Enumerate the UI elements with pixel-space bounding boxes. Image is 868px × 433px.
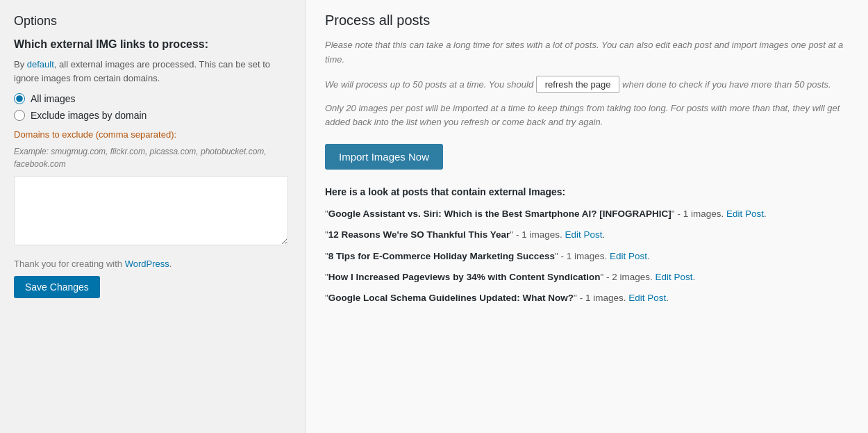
footer-text: Thank you for creating with WordPress. [14,259,288,269]
radio-group: All images Exclude images by domain [14,93,288,121]
left-panel: Options Which external IMG links to proc… [0,0,306,433]
radio-exclude-item: Exclude images by domain [14,110,288,121]
post-item: "12 Reasons We're SO Thankful This Year"… [325,228,849,242]
note2-before: We will process up to 50 posts at a time… [325,79,536,90]
radio-exclude-domain[interactable] [14,110,25,121]
radio-all-images-label[interactable]: All images [31,93,76,104]
edit-post-link[interactable]: Edit Post [655,272,692,282]
radio-exclude-label[interactable]: Exclude images by domain [31,110,147,121]
import-images-button[interactable]: Import Images Now [325,144,443,170]
radio-all-images[interactable] [14,93,25,104]
footer-prefix: Thank you for creating with [14,259,125,269]
post-item: "Google Assistant vs. Siri: Which is the… [325,207,849,221]
edit-post-link[interactable]: Edit Post [610,251,647,261]
post-item: "Google Local Schema Guidelines Updated:… [325,291,849,305]
process-title: Process all posts [325,13,849,28]
post-item: "How I Increased Pageviews by 34% with C… [325,270,849,284]
post-title: 12 Reasons We're SO Thankful This Year [328,229,510,240]
post-title: Google Local Schema Guidelines Updated: … [328,293,574,303]
footer-suffix: . [169,259,172,269]
post-title: 8 Tips for E-Commerce Holiday Marketing … [328,251,555,261]
posts-heading: Here is a look at posts that contain ext… [325,186,849,197]
edit-post-link[interactable]: Edit Post [628,293,666,303]
edit-post-link[interactable]: Edit Post [726,209,764,219]
right-panel: Process all posts Please note that this … [306,0,868,433]
wordpress-link[interactable]: WordPress [125,259,169,269]
description-text: By default, all external images are proc… [14,58,288,85]
section-heading: Which external IMG links to process: [14,38,288,51]
note1-text: Please note that this can take a long ti… [325,38,849,67]
default-link[interactable]: default [27,59,54,70]
post-item: "8 Tips for E-Commerce Holiday Marketing… [325,250,849,263]
refresh-page-button[interactable]: refresh the page [536,76,620,93]
radio-all-images-item: All images [14,93,288,104]
post-title: Google Assistant vs. Siri: Which is the … [328,209,671,219]
domains-label: Domains to exclude (comma separated): [14,129,288,140]
posts-list: "Google Assistant vs. Siri: Which is the… [325,207,849,305]
note2-after: when done to check if you have more than… [619,79,831,90]
options-title: Options [14,14,288,28]
edit-post-link[interactable]: Edit Post [565,229,602,240]
domains-textarea[interactable] [14,176,288,245]
post-title: How I Increased Pageviews by 34% with Co… [328,272,601,282]
note2-text: We will process up to 50 posts at a time… [325,76,849,93]
save-changes-button[interactable]: Save Changes [14,276,100,298]
note3-text: Only 20 images per post will be imported… [325,101,849,131]
example-text: Example: smugmug.com, flickr.com, picass… [14,145,288,170]
